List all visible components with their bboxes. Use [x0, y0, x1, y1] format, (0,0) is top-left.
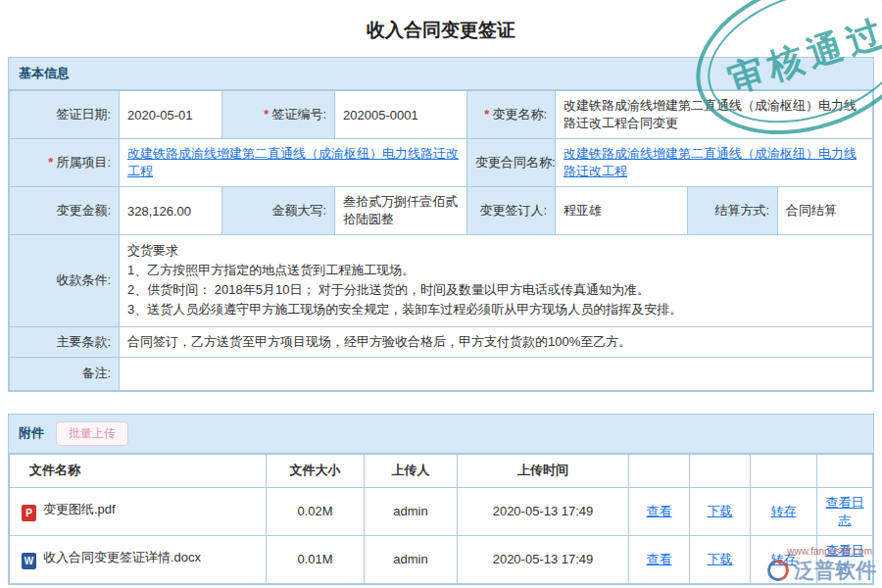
file-upload-time: 2020-05-13 17:49: [458, 535, 629, 583]
col-header-file-size: 文件大小: [267, 454, 365, 487]
view-link[interactable]: 查看: [647, 504, 672, 518]
attachments-section-header: 附件 批量上传: [9, 415, 873, 454]
field-value-amount-words: 叁拾贰万捌仟壹佰贰拾陆圆整: [335, 187, 467, 235]
payment-terms-line: 2、供货时间： 2018年5月10日； 对于分批送货的，时间及数量以甲方电话或传…: [127, 280, 864, 300]
basic-info-section-header: 基本信息: [9, 58, 873, 90]
field-value-change-contract: 改建铁路成渝线增建第二直通线（成渝枢纽）电力线路迁改工程: [556, 139, 873, 187]
payment-terms-line: 交货要求: [127, 241, 864, 261]
batch-upload-button[interactable]: 批量上传: [56, 421, 128, 446]
basic-info-panel: 基本信息 签证日期: 2020-05-01 *签证编号: 202005-0001…: [8, 57, 874, 392]
download-link[interactable]: 下载: [708, 504, 733, 518]
col-header-action-view: [629, 454, 690, 487]
field-label-sign-date: 签证日期:: [10, 91, 120, 139]
field-label-signer: 变更签订人:: [467, 187, 556, 235]
field-value-payment-terms: 交货要求 1、乙方按照甲方指定的地点送货到工程施工现场。 2、供货时间： 201…: [120, 235, 873, 327]
field-label-remark: 备注:: [10, 357, 120, 390]
payment-terms-line: 1、乙方按照甲方指定的地点送货到工程施工现场。: [127, 261, 864, 280]
field-label-payment-terms: 收款条件:: [10, 235, 120, 327]
save-as-link[interactable]: 转存: [771, 552, 797, 566]
word-file-icon: W: [22, 553, 36, 569]
attachments-header-row: 文件名称 文件大小 上传人 上传时间: [10, 454, 873, 487]
file-uploader: admin: [365, 487, 458, 535]
project-link[interactable]: 改建铁路成渝线增建第二直通线（成渝枢纽）电力线路迁改工程: [127, 146, 459, 178]
change-contract-link[interactable]: 改建铁路成渝线增建第二直通线（成渝枢纽）电力线路迁改工程: [564, 146, 857, 178]
field-value-main-terms: 合同签订，乙方送货至甲方项目现场，经甲方验收合格后，甲方支付货款的100%至乙方…: [120, 326, 873, 357]
view-log-link[interactable]: 查看日志: [826, 543, 864, 575]
required-mark: *: [48, 155, 53, 170]
field-value-change-name: 改建铁路成渝线增建第二直通线（成渝枢纽）电力线路迁改工程合同变更: [556, 91, 873, 139]
col-header-upload-time: 上传时间: [458, 454, 629, 487]
file-uploader: admin: [365, 535, 458, 583]
view-log-link[interactable]: 查看日志: [826, 495, 864, 527]
field-label-project: *所属项目:: [10, 139, 120, 187]
download-link[interactable]: 下载: [708, 552, 733, 566]
col-header-action-save: [751, 454, 817, 487]
field-label-main-terms: 主要条款:: [10, 326, 120, 357]
field-label-amount: 变更金额:: [10, 187, 120, 235]
file-name-cell: W收入合同变更签证详情.docx: [10, 535, 267, 583]
field-label-settlement: 结算方式:: [688, 187, 778, 235]
file-upload-time: 2020-05-13 17:49: [458, 487, 629, 535]
view-link[interactable]: 查看: [647, 552, 672, 566]
field-label-amount-words: 金额大写:: [222, 187, 335, 235]
file-size: 0.01M: [267, 535, 365, 583]
file-name: 收入合同变更签证详情.docx: [43, 550, 201, 564]
field-value-sign-date: 2020-05-01: [120, 91, 222, 139]
col-header-file-name: 文件名称: [10, 454, 267, 487]
attachments-table: 文件名称 文件大小 上传人 上传时间 P变更图纸.pdf 0.02M admin…: [9, 454, 873, 584]
field-value-signer: 程亚雄: [556, 187, 688, 235]
field-value-remark: [120, 357, 873, 390]
col-header-action-log: [817, 454, 873, 487]
field-value-amount: 328,126.00: [120, 187, 222, 235]
table-row: W收入合同变更签证详情.docx 0.01M admin 2020-05-13 …: [10, 535, 873, 583]
col-header-uploader: 上传人: [365, 454, 458, 487]
page-title: 收入合同变更签证: [0, 0, 882, 57]
field-label-change-contract: 变更合同名称:: [467, 139, 556, 187]
required-mark: *: [264, 107, 269, 122]
save-as-link[interactable]: 转存: [771, 504, 797, 518]
file-name: 变更图纸.pdf: [43, 502, 116, 516]
col-header-action-download: [690, 454, 751, 487]
payment-terms-line: 3、送货人员必须遵守甲方施工现场的安全规定，装卸车过程必须听从甲方现场人员的指挥…: [127, 300, 864, 319]
file-name-cell: P变更图纸.pdf: [10, 487, 267, 535]
pdf-file-icon: P: [22, 505, 36, 521]
field-value-sign-no: 202005-0001: [335, 91, 467, 139]
field-label-sign-no: *签证编号:: [222, 91, 335, 139]
file-size: 0.02M: [267, 487, 365, 535]
field-value-settlement: 合同结算: [778, 187, 873, 235]
page: 收入合同变更签证 审核通过 基本信息 签证日期: 2020-05-01 *签证编…: [0, 0, 882, 588]
table-row: P变更图纸.pdf 0.02M admin 2020-05-13 17:49 查…: [10, 487, 873, 535]
attachments-section-title: 附件: [19, 424, 44, 442]
required-mark: *: [484, 107, 489, 122]
basic-info-table: 签证日期: 2020-05-01 *签证编号: 202005-0001 *变更名…: [9, 90, 873, 391]
attachments-panel: 附件 批量上传 文件名称 文件大小 上传人 上传时间 P变更图纸.pdf: [8, 414, 874, 585]
basic-info-section-title: 基本信息: [19, 65, 70, 82]
field-value-project: 改建铁路成渝线增建第二直通线（成渝枢纽）电力线路迁改工程: [120, 139, 467, 187]
field-label-change-name: *变更名称:: [467, 91, 556, 139]
